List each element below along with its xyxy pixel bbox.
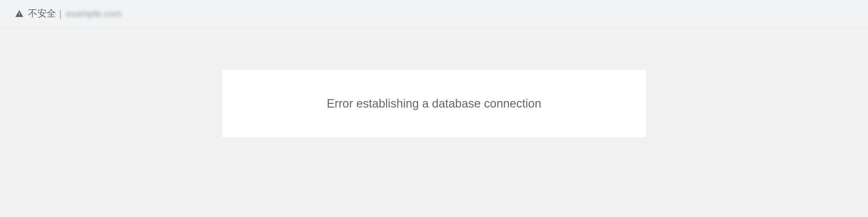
address-bar[interactable]: 不安全 | example.com (0, 0, 868, 27)
warning-icon (15, 9, 24, 18)
address-content[interactable]: 不安全 | example.com (9, 5, 859, 23)
error-box: Error establishing a database connection (222, 70, 646, 137)
error-message: Error establishing a database connection (327, 97, 541, 111)
page-content: Error establishing a database connection (0, 27, 868, 217)
address-separator: | (59, 8, 62, 19)
security-status-text: 不安全 (28, 7, 56, 20)
url-text: example.com (66, 8, 122, 19)
